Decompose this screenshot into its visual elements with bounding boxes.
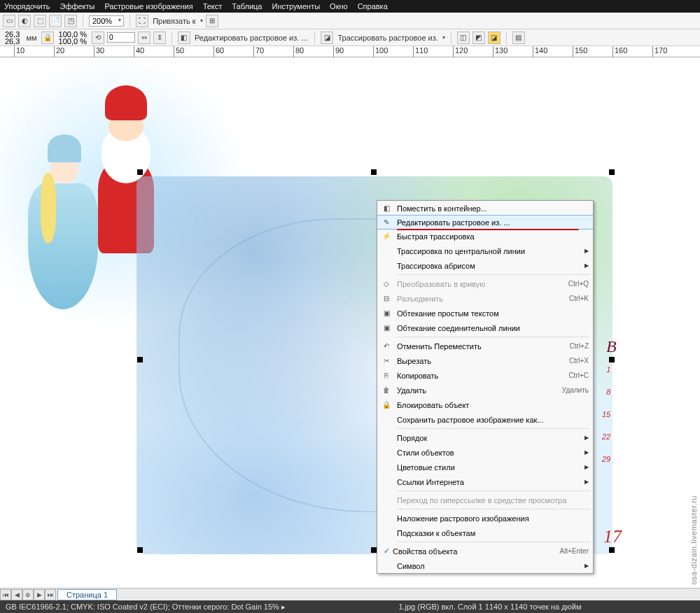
page-nav-last[interactable]: ⏭ <box>45 589 56 600</box>
page-add[interactable]: ⊕ <box>22 589 34 600</box>
context-menu-item[interactable]: ▣Обтекание простым текстом <box>377 306 593 320</box>
context-menu-item[interactable]: Порядок▶ <box>377 430 593 445</box>
trace-bitmap-icon[interactable]: ◪ <box>321 31 333 44</box>
context-menu-item[interactable]: 🗑УдалитьУдалить <box>377 383 593 397</box>
tool-icon[interactable]: ◪ <box>488 31 500 44</box>
selection-handle[interactable] <box>137 547 143 553</box>
selection-handle[interactable] <box>609 357 615 362</box>
menu-item-label: Обтекание соединительной линии <box>397 324 589 332</box>
menu-item-label: Разъединить <box>397 295 569 303</box>
context-menu-item[interactable]: Ссылки Интернета▶ <box>377 474 593 489</box>
context-menu-item[interactable]: Подсказки к объектам <box>377 526 593 540</box>
menu-item-shortcut: Alt+Enter <box>560 547 589 555</box>
calendar-numbers: 18152229 <box>602 358 610 470</box>
menu-item-label: Удалить <box>397 386 562 395</box>
page-nav-first[interactable]: ⏮ <box>0 589 11 600</box>
context-menu-item[interactable]: ✓Свойства объектаAlt+Enter <box>377 544 593 558</box>
menu-item-label: Подсказки к объектам <box>397 529 589 537</box>
edit-bitmap-button[interactable]: Редактировать растровое из. ... <box>193 34 309 42</box>
menu-item-icon <box>380 447 393 458</box>
context-menu[interactable]: ◧Поместить в контейнер...✎Редактировать … <box>377 200 594 574</box>
menu-item-label: Обтекание простым текстом <box>397 309 589 318</box>
menu-item-shortcut: Ctrl+X <box>569 357 589 365</box>
context-menu-item[interactable]: ◧Поместить в контейнер... <box>377 201 593 216</box>
context-menu-item[interactable]: Сохранить растровое изображение как... <box>377 412 593 427</box>
menu-item-label: Символ <box>397 562 584 570</box>
menu-item-icon: ◇ <box>380 279 393 290</box>
selection-handle[interactable] <box>137 357 143 362</box>
tool-icon[interactable]: ⬚ <box>34 15 46 27</box>
context-menu-item[interactable]: ▣Обтекание соединительной линии <box>377 320 593 335</box>
tool-icon[interactable]: ◩ <box>472 31 485 44</box>
context-menu-item[interactable]: Символ▶ <box>377 558 593 573</box>
rotation-icon[interactable]: ⟲ <box>92 31 104 44</box>
zoom-combo[interactable]: 200% <box>89 15 124 27</box>
tool-icon[interactable]: ◫ <box>457 31 470 44</box>
trace-bitmap-button[interactable]: Трассировать растровое из. <box>336 34 439 42</box>
context-menu-item[interactable]: Цветовые стили▶ <box>377 460 593 474</box>
menu-item-label: Переход по гиперссылке в средстве просмо… <box>397 496 589 505</box>
selection-handle[interactable] <box>137 169 143 175</box>
context-menu-item[interactable]: ✎Редактировать растровое из. ... <box>377 215 593 230</box>
context-menu-item: Переход по гиперссылке в средстве просмо… <box>377 493 593 507</box>
mirror-h-icon[interactable]: ⇔ <box>138 31 150 44</box>
menu-item-shortcut: Ctrl+Q <box>568 280 589 288</box>
menu-table[interactable]: Таблица <box>232 2 262 10</box>
selection-handle[interactable] <box>609 169 615 175</box>
menu-effects[interactable]: Эффекты <box>59 2 94 10</box>
edit-bitmap-icon[interactable]: ◧ <box>178 31 190 44</box>
context-menu-item[interactable]: ↶Отменить ПереместитьCtrl+Z <box>377 339 593 353</box>
lock-ratio-icon[interactable]: 🔒 <box>41 31 54 44</box>
tool-icon[interactable]: ◳ <box>64 15 77 27</box>
context-menu-item[interactable]: ⚡Быстрая трассировка <box>377 229 593 244</box>
menu-item-icon: ▣ <box>380 323 393 334</box>
selection-handle[interactable] <box>371 547 377 553</box>
menu-item-icon <box>380 432 393 444</box>
tool-icon[interactable]: ⛶ <box>136 15 148 27</box>
selection-handle[interactable] <box>371 169 377 175</box>
mirror-v-icon[interactable]: ⇕ <box>153 31 166 44</box>
menu-item-icon: 🔒 <box>380 400 393 411</box>
menu-bar[interactable]: Упорядочить Эффекты Растровые изображени… <box>0 0 700 13</box>
context-menu-item[interactable]: 🔒Блокировать объект <box>377 397 593 412</box>
menu-tools[interactable]: Инструменты <box>272 2 320 10</box>
tool-icon[interactable]: ⊞ <box>206 15 218 27</box>
context-menu-item[interactable]: Наложение растрового изображения <box>377 511 593 526</box>
menu-arrange[interactable]: Упорядочить <box>4 2 50 10</box>
canvas[interactable]: В 18152229 17 <box>0 57 700 588</box>
tool-icon[interactable]: ◐ <box>18 15 31 27</box>
menu-item-label: Редактировать растровое из. ... <box>397 218 589 227</box>
menu-window[interactable]: Окно <box>330 2 348 10</box>
context-menu-item[interactable]: Трассировка абрисом▶ <box>377 258 593 273</box>
selection-handle[interactable] <box>609 547 615 553</box>
submenu-arrow-icon: ▶ <box>584 435 589 441</box>
menu-item-label: Быстрая трассировка <box>397 232 589 241</box>
page-nav-next[interactable]: ▶ <box>34 589 45 600</box>
ruler-tick: 130 <box>493 46 507 57</box>
menu-item-label: Блокировать объект <box>397 401 589 409</box>
rotation-field[interactable] <box>107 32 135 43</box>
context-menu-item[interactable]: ✂ВырезатьCtrl+X <box>377 353 593 368</box>
menu-bitmaps[interactable]: Растровые изображения <box>104 2 192 10</box>
menu-item-icon <box>380 513 393 524</box>
context-menu-item[interactable]: Трассировка по центральной линии▶ <box>377 244 593 258</box>
ruler-tick: 150 <box>573 46 587 57</box>
menu-item-label: Вырезать <box>397 357 569 365</box>
menu-item-label: Сохранить растровое изображение как... <box>397 416 589 424</box>
menu-help[interactable]: Справка <box>358 2 388 10</box>
page-tab[interactable]: Страница 1 <box>57 589 117 600</box>
tool-icon[interactable]: 📄 <box>49 15 62 27</box>
menu-text[interactable]: Текст <box>203 2 223 10</box>
context-menu-item[interactable]: Стили объектов▶ <box>377 445 593 460</box>
context-menu-item[interactable]: ⎘КопироватьCtrl+C <box>377 368 593 383</box>
page-tab-bar: ⏮ ◀ ⊕ ▶ ⏭ Страница 1 <box>0 588 700 600</box>
calendar-letter: В <box>606 337 617 356</box>
ruler-tick: 60 <box>214 46 224 57</box>
submenu-arrow-icon: ▶ <box>584 262 589 269</box>
menu-item-label: Отменить Переместить <box>397 342 570 351</box>
page-nav-prev[interactable]: ◀ <box>11 589 22 600</box>
tool-icon[interactable]: ▤ <box>512 31 525 44</box>
submenu-arrow-icon: ▶ <box>584 479 589 485</box>
status-left: GB IEC61966-2.1; CMYK: ISO Coated v2 (EC… <box>6 603 286 612</box>
tool-icon[interactable]: ▭ <box>3 15 15 27</box>
